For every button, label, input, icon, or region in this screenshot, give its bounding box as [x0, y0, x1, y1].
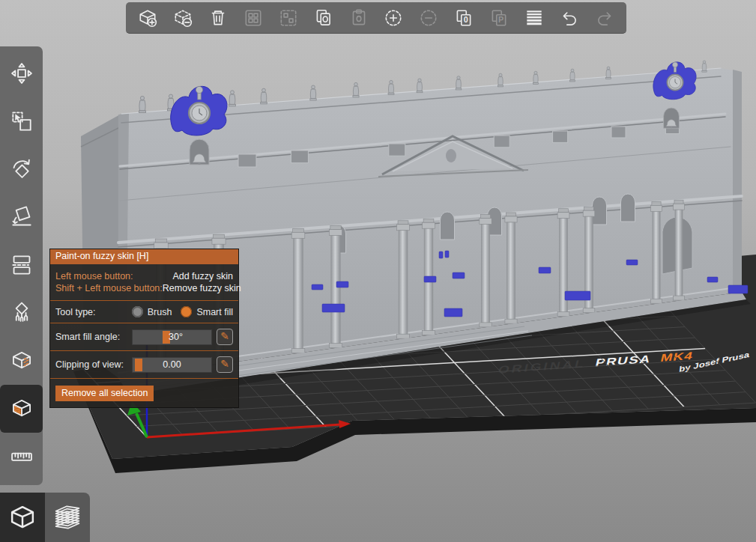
model-corner-right [733, 70, 742, 293]
tool-paint-supports[interactable] [0, 289, 43, 337]
delete-all-button[interactable] [205, 5, 231, 31]
tool-seam-painting[interactable] [0, 337, 43, 385]
model-column-capital [650, 205, 662, 211]
panel-separator [50, 350, 238, 351]
tool-scale[interactable] [0, 97, 43, 145]
model-statue [261, 88, 267, 104]
model-column-base [480, 323, 492, 327]
arrange-selection-button [276, 5, 301, 31]
layers-stack-icon [52, 502, 83, 533]
model-arched-window [621, 194, 635, 222]
model-attic-window [291, 150, 308, 163]
shortcut-action: Remove fuzzy skin [163, 283, 241, 293]
tool-rotate[interactable] [0, 145, 43, 193]
panel-separator [50, 378, 238, 379]
radio-smart-fill[interactable] [181, 306, 192, 317]
model-statue [606, 67, 611, 79]
tool-cut[interactable] [0, 241, 43, 289]
clipping-of-view-value: 0.00 [133, 359, 211, 370]
model-column-capital [212, 238, 226, 244]
fuzzy-skin-panel: Paint-on fuzzy skin [H] Left mouse butto… [49, 249, 239, 408]
shortcut-label: Left mouse button: [55, 271, 172, 281]
radio-brush-label[interactable]: Brush [148, 307, 172, 317]
model-column [294, 238, 303, 353]
shortcut-action: Add fuzzy skin [172, 271, 233, 281]
tool-paint-on-fuzzy-skin[interactable] [0, 385, 43, 433]
edit-icon[interactable]: ✎ [217, 356, 233, 373]
top-toolbar: 0 P [126, 2, 626, 34]
add-object-button[interactable] [135, 5, 160, 31]
model-fuzzy-patch [322, 304, 345, 312]
remove-all-selection-button[interactable]: Remove all selection [55, 386, 154, 401]
model-column-capital [505, 216, 517, 222]
model-column-capital [293, 228, 304, 232]
view-3d-editor-button[interactable] [0, 493, 45, 542]
model-bell-left [190, 139, 209, 165]
model-column [675, 210, 683, 300]
model-column-capital [423, 222, 435, 228]
model-column-capital [584, 207, 594, 210]
smart-fill-angle-label: Smart fill angle: [55, 332, 132, 342]
model-statue [353, 82, 359, 97]
model-fuzzy-patch [439, 252, 443, 258]
model-fuzzy-patch [336, 281, 348, 287]
model-statue [456, 76, 462, 90]
model-statue [570, 69, 575, 82]
model-column-capital [559, 209, 569, 213]
clipping-of-view-label: Clipping of view: [55, 359, 132, 370]
model-attic-window [494, 136, 509, 147]
view-mode-toggles [0, 493, 90, 542]
model-fuzzy-patch [707, 277, 718, 282]
model-statue [310, 85, 316, 100]
smart-fill-angle-slider[interactable]: 30° [132, 329, 212, 345]
model-statue [139, 96, 145, 112]
model-statue [417, 79, 423, 93]
model-column-capital [154, 243, 169, 249]
split-to-objects-button[interactable]: 0 [451, 5, 477, 31]
model-column-capital [506, 213, 515, 216]
add-instance-button[interactable] [381, 5, 406, 31]
delete-object-button[interactable] [170, 5, 196, 31]
tool-place-on-face[interactable] [0, 193, 43, 241]
panel-separator [50, 323, 238, 323]
clipping-of-view-slider[interactable]: 0.00 [132, 357, 212, 373]
model-column-capital [155, 239, 167, 243]
shortcut-label: Shift + Left mouse button: [55, 283, 163, 293]
radio-brush[interactable] [132, 306, 143, 317]
panel-separator [50, 300, 238, 301]
arrange-button [241, 5, 266, 31]
model-column-base [329, 344, 342, 348]
tool-move[interactable] [0, 49, 43, 97]
tool-type-label: Tool type: [55, 307, 132, 317]
panel-shortcuts: Left mouse button: Add fuzzy skin Shift … [50, 267, 238, 298]
svg-text:P: P [498, 15, 504, 24]
tool-measure[interactable] [0, 433, 43, 481]
model-column-capital [291, 232, 305, 238]
model-column-capital [480, 219, 492, 225]
undo-button[interactable] [557, 5, 582, 31]
copy-button[interactable] [311, 5, 336, 31]
model-clock-ornament-left [171, 86, 227, 136]
model-fuzzy-patch [312, 284, 323, 290]
remove-instance-button [416, 5, 441, 31]
model-column [506, 222, 515, 323]
gizmo-sidebar [0, 46, 43, 485]
paste-button [346, 5, 372, 31]
model-column-base [673, 296, 684, 300]
radio-smart-fill-label[interactable]: Smart fill [196, 307, 233, 317]
variable-layer-height-button[interactable] [521, 5, 547, 31]
model-fuzzy-patch [626, 260, 638, 265]
view-sliced-preview-button[interactable] [45, 493, 90, 542]
model-fuzzy-patch [444, 308, 462, 317]
model-attic-window [553, 131, 568, 142]
model-column-base [650, 299, 662, 303]
model-column-capital [480, 215, 490, 219]
model-column-base [583, 308, 595, 313]
model-column-base [423, 330, 435, 335]
model-statue [498, 73, 503, 87]
model-column-capital [652, 201, 661, 205]
model-column-capital [398, 221, 408, 225]
model-attic-window [238, 154, 256, 167]
edit-icon[interactable]: ✎ [217, 329, 233, 345]
model-fuzzy-patch [445, 251, 449, 258]
